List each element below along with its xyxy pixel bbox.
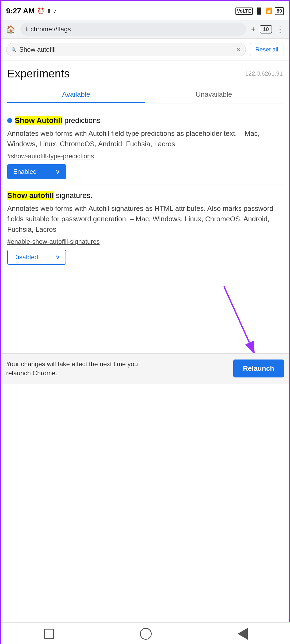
search-bar-container: 🔍 ✕ Reset all <box>1 39 289 61</box>
nav-square-button[interactable] <box>44 629 54 639</box>
chevron-down-icon: ∨ <box>55 168 60 175</box>
blue-dot-indicator <box>7 118 12 123</box>
signal-icon: ▐▌ <box>255 8 263 14</box>
relaunch-bar: Your changes will take effect the next t… <box>1 353 289 383</box>
upload-icon: ⬆ <box>47 8 51 14</box>
nav-triangle-icon <box>238 628 248 640</box>
tab-available[interactable]: Available <box>7 87 145 103</box>
battery-icon: 89 <box>275 7 284 15</box>
experiment-2-title: Show autofill signatures. <box>7 190 93 201</box>
menu-button[interactable]: ⋮ <box>276 25 284 34</box>
nav-bar <box>1 622 290 644</box>
reset-all-button[interactable]: Reset all <box>250 43 284 56</box>
version-text: 122.0.6261.91 <box>245 70 283 77</box>
status-time: 9:27 AM <box>6 7 35 15</box>
experiment-1-title: Show Autofill predictions <box>15 115 101 126</box>
nav-square-icon <box>44 629 54 639</box>
wifi-icon: 📶 <box>265 8 273 14</box>
search-input[interactable] <box>19 46 233 53</box>
nav-circle-icon <box>140 628 152 640</box>
browser-toolbar: 🏠 ℹ chrome://flags + 10 ⋮ <box>1 20 289 39</box>
nav-circle-button[interactable] <box>140 628 152 640</box>
experiment-item-1: Show Autofill predictions Annotates web … <box>7 110 283 185</box>
info-icon: ℹ <box>26 26 28 33</box>
tabs-count[interactable]: 10 <box>260 25 272 33</box>
music-icon: ♪ <box>54 8 56 14</box>
experiment-2-dropdown[interactable]: Disabled ∨ <box>7 250 66 265</box>
volte-icon: VoLTE <box>235 8 253 15</box>
arrow-annotation <box>7 273 283 353</box>
home-button[interactable]: 🏠 <box>6 25 16 34</box>
alarm-icon: ⏰ <box>37 8 44 14</box>
highlight-2: Show autofill <box>7 191 54 200</box>
clear-search-button[interactable]: ✕ <box>236 46 241 53</box>
page-title: Experiments <box>7 67 70 80</box>
experiment-item-2: Show autofill signatures. Annotates web … <box>7 185 283 270</box>
experiment-1-dropdown[interactable]: Enabled ∨ <box>7 164 66 179</box>
relaunch-button[interactable]: Relaunch <box>233 360 284 377</box>
highlight-1: Show Autofill <box>15 116 62 125</box>
experiment-2-link[interactable]: #enable-show-autofill-signatures <box>7 238 283 245</box>
tabs-container: Available Unavailable <box>7 87 283 103</box>
annotation-arrow <box>208 278 261 353</box>
tab-unavailable[interactable]: Unavailable <box>145 87 283 103</box>
search-icon: 🔍 <box>11 47 17 52</box>
relaunch-message: Your changes will take effect the next t… <box>6 360 151 377</box>
address-bar[interactable]: ℹ chrome://flags <box>20 23 246 36</box>
url-text: chrome://flags <box>30 25 71 33</box>
nav-back-button[interactable] <box>238 628 248 640</box>
chevron-down-icon-2: ∨ <box>55 253 60 261</box>
experiment-2-desc: Annotates web forms with Autofill signat… <box>7 203 283 235</box>
main-content: Experiments 122.0.6261.91 Available Unav… <box>1 61 289 353</box>
search-input-wrapper[interactable]: 🔍 ✕ <box>6 43 246 56</box>
new-tab-button[interactable]: + <box>251 25 255 33</box>
experiment-1-desc: Annotates web forms with Autofill field … <box>7 128 283 149</box>
svg-line-1 <box>224 286 249 343</box>
status-bar: 9:27 AM ⏰ ⬆ ♪ VoLTE ▐▌ 📶 89 <box>1 1 289 20</box>
experiment-1-link[interactable]: #show-autofill-type-predictions <box>7 152 283 160</box>
experiments-header: Experiments 122.0.6261.91 <box>7 67 283 80</box>
